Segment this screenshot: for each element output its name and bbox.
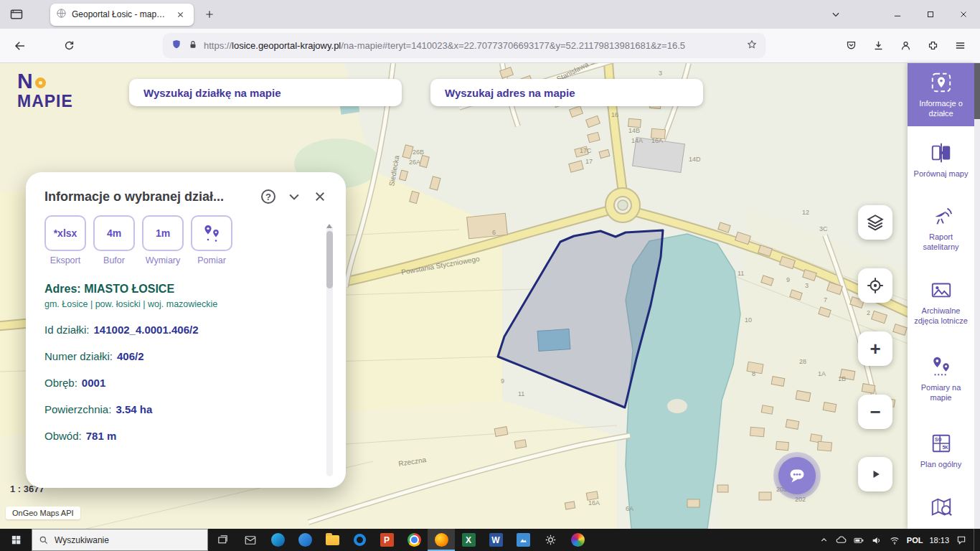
account-icon[interactable] [894, 34, 917, 57]
taskbar-app-opera[interactable] [346, 529, 373, 551]
language-indicator[interactable]: POL [907, 536, 923, 545]
network-wifi-icon[interactable] [889, 534, 900, 546]
logo-word: MAPIE [17, 93, 73, 110]
svg-text:10: 10 [745, 316, 752, 324]
svg-text:16: 16 [611, 111, 618, 118]
page-scrollbar-thumb[interactable] [974, 63, 980, 119]
layers-button[interactable] [858, 205, 892, 240]
window-minimize-button[interactable] [881, 0, 914, 29]
taskbar-app-paint[interactable] [564, 529, 591, 551]
svg-text:12: 12 [802, 209, 809, 216]
pocket-icon[interactable] [839, 34, 862, 57]
export-tool-button[interactable]: *xlsx Eksport [44, 215, 86, 265]
firefox-view-icon[interactable] [6, 4, 27, 25]
browser-tab[interactable]: Geoportal Łosic - mapa działek [50, 4, 194, 26]
address-search-input[interactable]: Wyszukaj adres na mapie [430, 79, 703, 106]
taskbar-app-powerpoint[interactable]: P [373, 529, 400, 551]
sidebar-item-informacje-o-dzialce[interactable]: Informacje o działce [908, 63, 974, 126]
taskbar-app-edge[interactable] [264, 529, 291, 551]
task-view-button[interactable] [208, 529, 237, 551]
svg-text:11: 11 [738, 270, 744, 277]
dimensions-tool-button[interactable]: 1m Wymiary [142, 215, 184, 265]
tab-favicon-globe-icon [56, 8, 67, 22]
namapie-logo[interactable]: N MAPIE [17, 70, 73, 110]
sidebar-item-raport-satelitarny[interactable]: Raport satelitarny [908, 194, 974, 263]
panel-scrollbar-thumb[interactable] [326, 231, 333, 288]
url-text: https://losice.geoportal-krajowy.pl/na-m… [204, 40, 740, 51]
sidebar-item-partial[interactable] [908, 485, 974, 529]
start-button[interactable] [0, 529, 32, 551]
address-line: Adres: MIASTO ŁOSICE [44, 283, 327, 296]
chat-icon [786, 465, 808, 486]
logo-letter: N [17, 70, 33, 92]
bookmark-star-icon[interactable] [746, 39, 758, 53]
svg-text:9: 9 [786, 276, 790, 283]
browser-titlebar: Geoportal Łosic - mapa działek [0, 0, 980, 29]
back-button[interactable] [9, 34, 32, 57]
panel-scrollbar[interactable] [326, 225, 333, 476]
field-area: Powierzchnia:3.54 ha [44, 403, 327, 415]
svg-text:17C: 17C [580, 147, 592, 154]
svg-text:3: 3 [805, 282, 809, 289]
show-desktop-button[interactable] [974, 529, 977, 551]
tab-close-icon[interactable] [172, 6, 188, 22]
help-icon[interactable]: ? [260, 188, 277, 205]
taskbar-app-photos[interactable] [509, 529, 537, 551]
window-maximize-button[interactable] [914, 0, 947, 29]
map-area: Powstania StyczniowegoRzecznaSiedleckaSt… [0, 63, 980, 529]
satellite-icon [930, 204, 953, 227]
new-tab-button[interactable] [199, 4, 220, 24]
map-attribution: OnGeo Maps API [6, 507, 80, 519]
taskbar-app-chrome[interactable] [400, 529, 428, 551]
taskbar-search-input[interactable]: Wyszukiwanie [32, 529, 208, 551]
expand-sidebar-button[interactable] [858, 457, 892, 491]
svg-text:26A: 26A [409, 159, 420, 166]
onedrive-cloud-icon[interactable] [835, 534, 847, 546]
buffer-tool-button[interactable]: 4m Bufor [93, 215, 135, 265]
taskbar-app-excel[interactable]: X [455, 529, 482, 551]
page-scrollbar[interactable] [974, 63, 980, 529]
svg-text:6A: 6A [626, 505, 633, 512]
menu-hamburger-icon[interactable] [948, 34, 971, 57]
svg-text:28: 28 [799, 358, 806, 365]
locate-me-button[interactable] [858, 268, 892, 303]
close-panel-icon[interactable] [311, 188, 329, 205]
collapse-chevron-icon[interactable] [286, 188, 303, 205]
downloads-icon[interactable] [867, 34, 890, 57]
lock-icon[interactable] [188, 39, 198, 52]
sidebar-item-pomiary-na-mapie[interactable]: Pomiary na mapie [908, 342, 974, 417]
windows-taskbar: Wyszukiwanie P X W [0, 529, 980, 551]
sidebar-item-porownaj-mapy[interactable]: Porównaj mapy [908, 126, 974, 194]
tray-chevron-up-icon[interactable] [819, 535, 829, 545]
svg-text:SO: SO [935, 437, 942, 442]
svg-text:5K: 5K [942, 445, 948, 450]
taskbar-app-blue[interactable] [291, 529, 319, 551]
zoom-out-button[interactable]: − [858, 395, 892, 429]
reload-button[interactable] [57, 34, 80, 57]
battery-icon[interactable] [853, 534, 864, 546]
taskbar-app-explorer[interactable] [319, 529, 346, 551]
window-close-button[interactable] [947, 0, 980, 29]
speaker-icon[interactable] [871, 534, 882, 546]
taskbar-app-firefox[interactable] [428, 529, 455, 551]
tracking-shield-icon[interactable] [171, 39, 182, 53]
svg-text:26B: 26B [413, 149, 424, 156]
svg-text:8: 8 [752, 370, 755, 377]
chat-widget-button[interactable] [778, 457, 816, 494]
clock[interactable]: 18:13 [929, 536, 949, 545]
sidebar-item-plan-ogolny[interactable]: SO5K Plan ogólny [908, 417, 974, 485]
url-bar[interactable]: https://losice.geoportal-krajowy.pl/na-m… [164, 34, 765, 57]
parcel-search-input[interactable]: Wyszukaj działkę na mapie [129, 79, 402, 106]
action-center-icon[interactable] [956, 534, 967, 546]
taskbar-app-word[interactable]: W [482, 529, 509, 551]
taskbar-app-settings[interactable] [537, 529, 564, 551]
list-all-tabs-icon[interactable] [824, 2, 848, 27]
extensions-icon[interactable] [921, 34, 944, 57]
taskbar-app-mail[interactable] [237, 529, 264, 551]
aerial-photos-icon [930, 278, 953, 301]
parcel-building [537, 329, 570, 351]
zoom-in-button[interactable]: + [858, 331, 892, 366]
svg-text:3: 3 [659, 70, 662, 77]
measure-tool-button[interactable]: Pomiar [191, 215, 232, 265]
sidebar-item-archiwalne-zdjecia[interactable]: Archiwalne zdjęcia lotnicze [908, 263, 974, 342]
